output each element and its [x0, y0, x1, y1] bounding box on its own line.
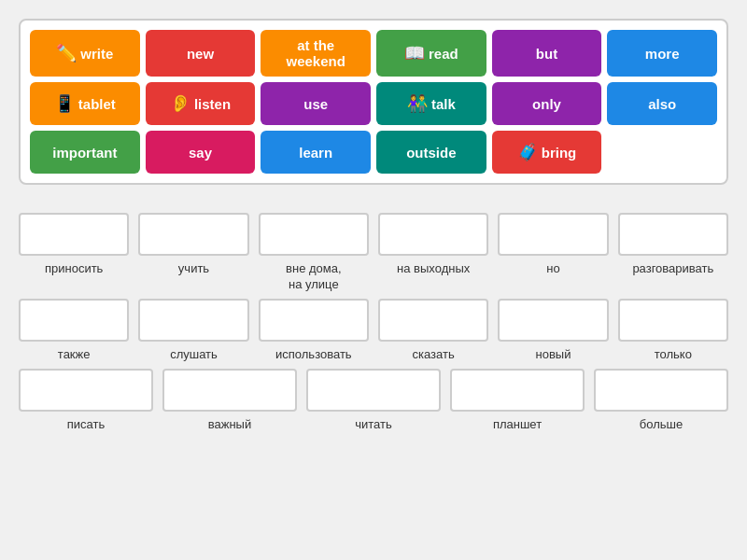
- word-card-new[interactable]: new: [146, 30, 256, 77]
- icon-talk: 👫: [407, 93, 428, 114]
- word-card-only[interactable]: only: [492, 82, 602, 125]
- answer-box-2-3[interactable]: [450, 369, 585, 412]
- answer-box-0-5[interactable]: [618, 213, 728, 256]
- answer-cell-2-0: писать: [19, 369, 153, 433]
- answer-row-0: приноситьучитьвне дома, на улицена выход…: [19, 213, 728, 293]
- answer-box-0-2[interactable]: [259, 213, 369, 256]
- word-label-new: new: [187, 46, 214, 62]
- word-card-at_the_weekend[interactable]: at the weekend: [261, 30, 371, 77]
- answer-label-2-4: больше: [640, 417, 683, 433]
- word-label-talk: talk: [431, 96, 456, 112]
- answer-cell-1-3: сказать: [378, 299, 488, 363]
- answer-box-2-0[interactable]: [19, 369, 153, 412]
- answer-box-0-3[interactable]: [378, 213, 488, 256]
- icon-tablet: 📱: [54, 93, 75, 114]
- answer-label-0-3: на выходных: [397, 261, 470, 277]
- answer-label-0-0: приносить: [45, 261, 103, 277]
- word-label-but: but: [536, 46, 557, 62]
- word-card-bring[interactable]: 🧳bring: [492, 131, 602, 174]
- answer-cell-2-3: планшет: [450, 369, 585, 433]
- icon-read: 📖: [404, 43, 425, 63]
- answer-box-2-2[interactable]: [306, 369, 441, 412]
- answer-box-1-1[interactable]: [138, 299, 248, 342]
- answer-label-2-3: планшет: [493, 417, 542, 433]
- word-card-important[interactable]: important: [30, 131, 140, 174]
- word-label-also: also: [648, 96, 676, 112]
- word-bank: ✏️writenewat the weekend📖readbutmore📱tab…: [19, 19, 728, 185]
- word-label-read: read: [429, 46, 458, 62]
- answer-label-0-5: разговаривать: [632, 261, 713, 277]
- word-card-outside[interactable]: outside: [376, 131, 486, 174]
- answer-label-1-2: использовать: [275, 347, 352, 363]
- answer-cell-1-1: слушать: [138, 299, 248, 363]
- answer-box-0-1[interactable]: [138, 213, 248, 256]
- answer-cell-2-2: читать: [306, 369, 441, 433]
- answer-label-2-2: читать: [355, 417, 392, 433]
- word-label-more: more: [645, 46, 680, 62]
- word-label-outside: outside: [406, 145, 456, 161]
- answer-cell-0-1: учить: [138, 213, 248, 293]
- answer-row-2: писатьважныйчитатьпланшетбольше: [19, 369, 728, 433]
- answer-box-1-5[interactable]: [618, 299, 728, 342]
- icon-bring: 🧳: [517, 142, 538, 162]
- word-card-listen[interactable]: 👂listen: [146, 82, 256, 125]
- answer-cell-0-5: разговаривать: [618, 213, 728, 293]
- answer-box-1-2[interactable]: [259, 299, 369, 342]
- word-label-write: write: [80, 46, 113, 62]
- answer-cell-2-1: важный: [162, 369, 297, 433]
- word-card-read[interactable]: 📖read: [376, 30, 486, 77]
- answer-cell-1-5: только: [618, 299, 728, 363]
- icon-write: ✏️: [56, 43, 77, 63]
- word-label-learn: learn: [299, 145, 332, 161]
- answer-cell-1-4: новый: [498, 299, 608, 363]
- answer-cell-0-3: на выходных: [378, 213, 488, 293]
- answer-label-0-1: учить: [178, 261, 209, 277]
- word-label-tablet: tablet: [78, 96, 116, 112]
- word-label-listen: listen: [194, 96, 231, 112]
- answer-label-1-4: новый: [536, 347, 571, 363]
- answer-box-2-4[interactable]: [594, 369, 728, 412]
- answer-section: приноситьучитьвне дома, на улицена выход…: [19, 213, 728, 433]
- word-label-say: say: [189, 145, 212, 161]
- answer-label-1-1: слушать: [170, 347, 218, 363]
- word-card-learn[interactable]: learn: [261, 131, 371, 174]
- answer-label-1-0: также: [58, 347, 91, 363]
- word-card-talk[interactable]: 👫talk: [376, 82, 486, 125]
- word-card-but[interactable]: but: [492, 30, 602, 77]
- answer-box-1-0[interactable]: [19, 299, 129, 342]
- answer-cell-2-4: больше: [594, 369, 728, 433]
- answer-box-2-1[interactable]: [162, 369, 297, 412]
- word-label-at_the_weekend: at the weekend: [266, 37, 365, 69]
- answer-cell-0-4: но: [498, 213, 608, 293]
- word-label-only: only: [532, 96, 561, 112]
- icon-listen: 👂: [170, 93, 190, 114]
- answer-label-2-0: писать: [67, 417, 105, 433]
- word-card-say[interactable]: say: [146, 131, 256, 174]
- answer-label-1-5: только: [655, 347, 692, 363]
- answer-label-0-2: вне дома, на улице: [286, 261, 342, 293]
- word-card-more[interactable]: more: [607, 30, 717, 77]
- answer-box-0-4[interactable]: [498, 213, 608, 256]
- answer-box-1-4[interactable]: [498, 299, 608, 342]
- answer-cell-0-0: приносить: [19, 213, 129, 293]
- answer-cell-1-2: использовать: [259, 299, 369, 363]
- word-card-write[interactable]: ✏️write: [30, 30, 140, 77]
- answer-label-0-4: но: [546, 261, 559, 277]
- word-label-bring: bring: [542, 145, 577, 161]
- answer-label-2-1: важный: [208, 417, 251, 433]
- word-card-use[interactable]: use: [261, 82, 371, 125]
- answer-box-0-0[interactable]: [19, 213, 129, 256]
- answer-cell-1-0: также: [19, 299, 129, 363]
- answer-row-1: такжеслушатьиспользоватьсказатьновыйтоль…: [19, 299, 728, 363]
- answer-cell-0-2: вне дома, на улице: [259, 213, 369, 293]
- word-label-use: use: [303, 96, 328, 112]
- word-card-tablet[interactable]: 📱tablet: [30, 82, 140, 125]
- word-card-also[interactable]: also: [607, 82, 717, 125]
- answer-label-1-3: сказать: [413, 347, 455, 363]
- answer-box-1-3[interactable]: [378, 299, 488, 342]
- word-label-important: important: [52, 145, 117, 161]
